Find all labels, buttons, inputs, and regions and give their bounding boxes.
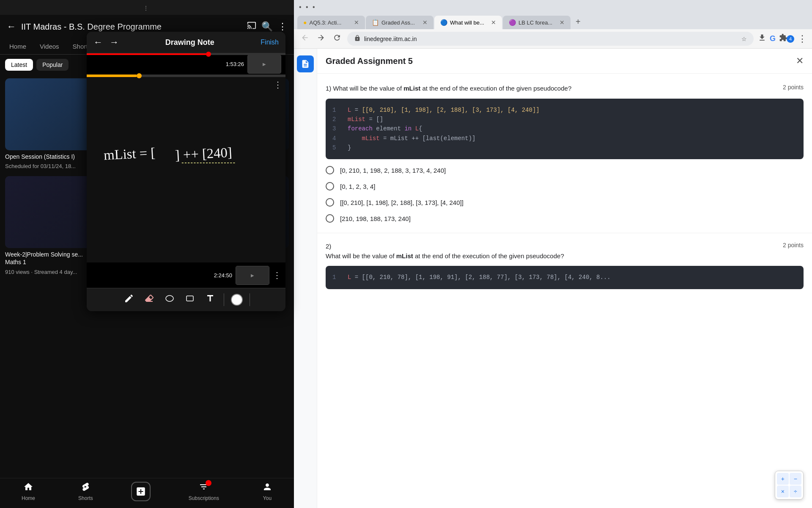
tab-close-graded[interactable]: ✕ [422,19,428,26]
drawing-canvas[interactable]: mList = [ ] ++ [240] ⋮ [87,75,285,262]
ga-radio-1[interactable] [326,166,334,174]
calculator-widget[interactable]: + − × ÷ [775,471,804,500]
tab-close-what[interactable]: ✕ [491,19,496,26]
code-line-3: 3 foreach element in L{ [332,124,797,133]
download-icon[interactable] [758,33,766,44]
nav-subscriptions-label: Subscriptions [189,495,219,501]
search-icon[interactable]: 🔍 [261,21,273,32]
calc-divide[interactable]: ÷ [790,486,801,497]
drawing-time-1: 1:53:26 [226,61,244,67]
ga-option-text-3: [[0, 210], [1, 198], [2, 188], [3, 173],… [340,199,464,206]
filter-chip-popular[interactable]: Popular [36,59,69,71]
nav-tab-videos[interactable]: Videos [34,39,65,54]
shape-tool[interactable] [183,292,197,308]
tab-close-aq5[interactable]: ✕ [354,19,359,26]
text-tool[interactable] [203,292,217,308]
drawing-more-btn-bottom[interactable]: ⋮ [273,270,281,280]
ga-option-4[interactable]: [210, 198, 188, 173, 240] [326,214,804,223]
lasso-tool[interactable] [163,292,176,308]
back-button[interactable]: ← [7,21,16,32]
you-icon [262,482,272,494]
create-button[interactable] [131,482,151,501]
ga-option-3[interactable]: [[0, 210], [1, 198], [2, 188], [3, 173],… [326,198,804,207]
drawing-toolbar [87,288,285,311]
ga-q1-code: 1 L = [[0, 210], [1, 198], [2, 188], [3,… [326,99,804,160]
eraser-tool[interactable] [143,292,156,308]
drawing-more-btn-top[interactable]: ⋮ [274,80,282,90]
ga-option-2[interactable]: [0, 1, 2, 3, 4] [326,182,804,190]
ga-question-1: 1) What will be the value of mList at th… [317,74,812,233]
ga-panel: Graded Assignment 5 ✕ 1) What will be th… [317,49,812,508]
more-options-icon[interactable]: ⋮ [278,21,287,32]
pencil-tool[interactable] [122,292,136,308]
color-picker[interactable] [231,294,243,306]
new-tab-button[interactable]: + [571,14,585,29]
tab-favicon-graded: 📋 [372,19,379,26]
drawing-forward-btn[interactable]: → [110,37,119,48]
svg-rect-4 [187,296,193,301]
nav-subscriptions[interactable]: Subscriptions [184,482,224,501]
code-line-2: 2 mList = [] [332,115,797,124]
nav-shorts[interactable]: Shorts [73,482,98,501]
nav-you-label: You [263,495,272,501]
ga-close-btn[interactable]: ✕ [796,55,804,66]
nav-home-label: Home [22,495,35,501]
drawing-header: ← → Drawing Note Finish [87,32,285,53]
ga-radio-3[interactable] [326,198,334,207]
ga-q1-row: 1) What will be the value of mList at th… [326,84,804,94]
svg-point-3 [166,295,173,301]
extension-badge-area: 4 [779,33,794,44]
calc-plus[interactable]: + [777,473,789,485]
code-line-5: 5 } [332,143,797,152]
browser-content: Graded Assignment 5 ✕ 1) What will be th… [294,49,812,508]
ga-radio-4[interactable] [326,214,334,223]
drawing-back-btn[interactable]: ← [93,37,103,48]
calc-multiply[interactable]: × [777,486,789,497]
browser-back-btn[interactable] [299,32,311,46]
code-line-1: 1 L = [[0, 210], [1, 198], [2, 188], [3,… [332,105,797,115]
nav-tab-home[interactable]: Home [3,39,32,54]
browser-tab-graded[interactable]: 📋 Graded Ass... ✕ [366,16,433,29]
toolbar-separator [224,293,224,306]
ga-option-text-2: [0, 1, 2, 3, 4] [340,183,375,190]
translate-icon[interactable]: G [770,34,776,43]
url-bar[interactable]: linedegree.iitm.ac.in ☆ [347,32,754,46]
browser-tab-what[interactable]: 🔵 What will be... ✕ [434,16,502,29]
ga-q2-number: 2) [326,243,331,250]
calc-minus[interactable]: − [790,473,801,485]
browser-refresh-btn[interactable] [331,32,343,46]
ga-option-text-4: [210, 198, 188, 173, 240] [340,215,411,222]
cast-icon[interactable] [247,21,256,33]
extension-puzzle-icon[interactable] [779,33,787,44]
browser-top-bar: • • • [294,0,812,14]
ga-q2-row: 2) What will be the value of mList at th… [326,242,804,261]
ga-sidebar-icon-btn[interactable] [297,55,314,72]
nav-you[interactable]: You [257,482,277,501]
ga-radio-2[interactable] [326,182,334,190]
tab-favicon-lb: 🟣 [509,19,516,26]
ga-sidebar [294,49,317,508]
nav-shorts-label: Shorts [78,495,93,501]
ga-option-text-1: [0, 210, 1, 198, 2, 188, 3, 173, 4, 240] [340,167,446,174]
filter-chip-latest[interactable]: Latest [5,59,33,71]
browser-forward-btn[interactable] [315,32,327,46]
browser-tab-lb[interactable]: 🟣 LB LC forea... ✕ [503,16,571,29]
browser-tab-aq5[interactable]: ● AQ5.3: Acti... ✕ [297,16,365,29]
tab-favicon-what: 🔵 [440,19,447,26]
svg-text:mList = [: mList = [ [103,145,156,163]
browser-more-icon[interactable]: ⋮ [798,33,807,44]
tab-close-lb[interactable]: ✕ [560,19,565,26]
ga-option-1[interactable]: [0, 210, 1, 198, 2, 188, 3, 173, 4, 240] [326,166,804,174]
home-icon [23,482,33,494]
bookmark-icon[interactable]: ☆ [741,36,747,42]
tab-title-graded: Graded Ass... [381,19,420,26]
progress-bar[interactable] [87,53,285,55]
drawing-title: Drawing Note [126,38,254,47]
nav-home[interactable]: Home [16,482,40,501]
ga-q1-text: 1) What will be the value of mList at th… [326,84,571,94]
browser-tabs: ● AQ5.3: Acti... ✕ 📋 Graded Ass... ✕ 🔵 W… [294,14,812,29]
tab-title-lb: LB LC forea... [518,19,557,26]
address-bar: linedegree.iitm.ac.in ☆ G 4 ⋮ [294,29,812,49]
drawing-finish-btn[interactable]: Finish [261,39,279,46]
shorts-icon [80,482,91,494]
